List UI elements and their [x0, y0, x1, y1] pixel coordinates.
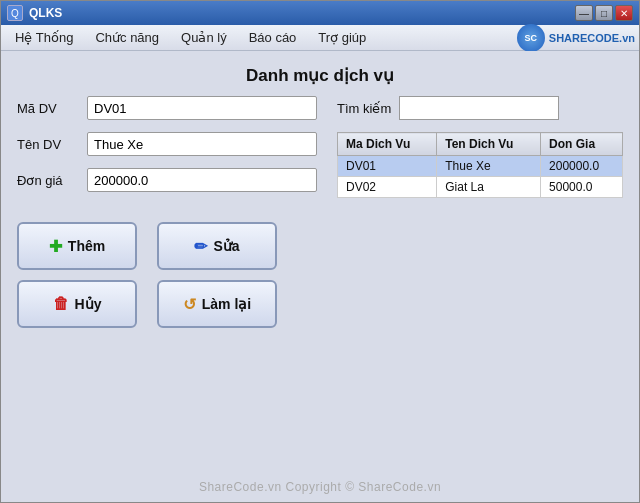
menu-bar: Hệ Thống Chức năng Quản lý Báo cáo Trợ g…	[1, 25, 639, 51]
ten-dv-input[interactable]	[87, 132, 317, 156]
lam-lai-label: Làm lại	[202, 296, 251, 312]
them-icon: ✚	[49, 237, 62, 256]
search-row: Tìm kiếm	[337, 96, 623, 120]
col-don-gia: Don Gia	[541, 133, 623, 156]
cell-don-gia: 200000.0	[541, 156, 623, 177]
button-row-2: 🗑 Hủy ↺ Làm lại	[17, 280, 317, 328]
title-bar-controls: — □ ✕	[575, 5, 633, 21]
huy-label: Hủy	[75, 296, 102, 312]
search-label: Tìm kiếm	[337, 101, 391, 116]
menu-tro-giup[interactable]: Trợ giúp	[308, 27, 376, 48]
cell-don-gia: 50000.0	[541, 177, 623, 198]
menu-he-thong[interactable]: Hệ Thống	[5, 27, 83, 48]
don-gia-row: Đơn giá	[17, 168, 317, 192]
search-input[interactable]	[399, 96, 559, 120]
page-title: Danh mục dịch vụ	[1, 51, 639, 96]
app-icon: Q	[7, 5, 23, 21]
them-label: Thêm	[68, 238, 105, 254]
window-title: QLKS	[29, 6, 62, 20]
watermark: ShareCode.vn Copyright © ShareCode.vn	[1, 472, 639, 502]
left-panel: Mã DV Tên DV Đơn giá ✚ Thêm	[17, 96, 317, 338]
logo-text: SHARECODE.vn	[549, 32, 635, 44]
title-bar: Q QLKS — □ ✕	[1, 1, 639, 25]
content-area: Mã DV Tên DV Đơn giá ✚ Thêm	[1, 96, 639, 338]
cell-ten: Thue Xe	[437, 156, 541, 177]
title-bar-left: Q QLKS	[7, 5, 62, 21]
table-row[interactable]: DV01 Thue Xe 200000.0	[338, 156, 623, 177]
cell-ma: DV01	[338, 156, 437, 177]
ten-dv-label: Tên DV	[17, 137, 87, 152]
ma-dv-row: Mã DV	[17, 96, 317, 120]
lam-lai-button[interactable]: ↺ Làm lại	[157, 280, 277, 328]
menu-bao-cao[interactable]: Báo cáo	[239, 27, 307, 48]
sua-button[interactable]: ✏ Sửa	[157, 222, 277, 270]
cell-ma: DV02	[338, 177, 437, 198]
don-gia-input[interactable]	[87, 168, 317, 192]
lam-lai-icon: ↺	[183, 295, 196, 314]
logo-area: SC SHARECODE.vn	[517, 24, 635, 52]
sua-icon: ✏	[194, 237, 207, 256]
logo-icon: SC	[517, 24, 545, 52]
col-ten-dich-vu: Ten Dich Vu	[437, 133, 541, 156]
ma-dv-input[interactable]	[87, 96, 317, 120]
main-window: Q QLKS — □ ✕ Hệ Thống Chức năng Quản lý …	[0, 0, 640, 503]
menu-chuc-nang[interactable]: Chức năng	[85, 27, 169, 48]
maximize-button[interactable]: □	[595, 5, 613, 21]
table-header-row: Ma Dich Vu Ten Dich Vu Don Gia	[338, 133, 623, 156]
ten-dv-row: Tên DV	[17, 132, 317, 156]
huy-button[interactable]: 🗑 Hủy	[17, 280, 137, 328]
ma-dv-label: Mã DV	[17, 101, 87, 116]
main-content: Danh mục dịch vụ Mã DV Tên DV Đơn giá	[1, 51, 639, 502]
menu-quan-ly[interactable]: Quản lý	[171, 27, 237, 48]
col-ma-dich-vu: Ma Dich Vu	[338, 133, 437, 156]
service-table: Ma Dich Vu Ten Dich Vu Don Gia DV01 Thue…	[337, 132, 623, 198]
button-row-1: ✚ Thêm ✏ Sửa	[17, 222, 317, 270]
table-row[interactable]: DV02 Giat La 50000.0	[338, 177, 623, 198]
sua-label: Sửa	[213, 238, 239, 254]
minimize-button[interactable]: —	[575, 5, 593, 21]
huy-icon: 🗑	[53, 295, 69, 313]
right-panel: Tìm kiếm Ma Dich Vu Ten Dich Vu Don Gia …	[317, 96, 623, 338]
close-button[interactable]: ✕	[615, 5, 633, 21]
don-gia-label: Đơn giá	[17, 173, 87, 188]
cell-ten: Giat La	[437, 177, 541, 198]
them-button[interactable]: ✚ Thêm	[17, 222, 137, 270]
